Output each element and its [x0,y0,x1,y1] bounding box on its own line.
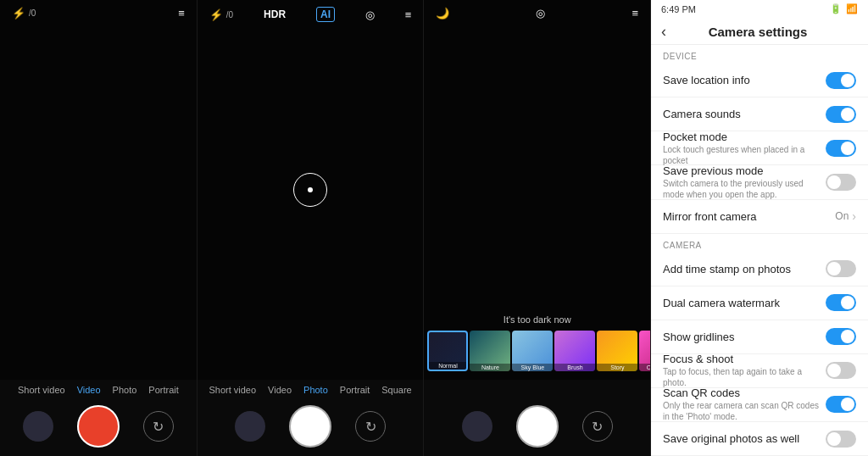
middle-menu-icon[interactable]: ≡ [405,8,412,21]
middle-ai-button[interactable]: AI [316,7,335,22]
right-gallery-thumb[interactable] [462,411,492,442]
setting-save-original: Save original photos as well [651,422,868,456]
setting-watermark: Dual camera watermark [651,286,868,320]
battery-icon: 🔋 [830,3,842,14]
focus-ring [293,173,327,207]
setting-mirror-camera-value: On [835,210,849,222]
middle-rotate-button[interactable]: ↻ [355,411,386,442]
setting-mirror-camera-title: Mirror front camera [663,210,828,223]
toggle-timestamp[interactable] [826,260,856,277]
left-shutter-button[interactable] [77,405,120,448]
setting-focus-shoot: Focus & shoot Tap to focus, then tap aga… [651,354,868,388]
right-night-icon[interactable]: 🌙 [436,7,449,19]
middle-gallery-thumb[interactable] [235,411,265,442]
left-camera-panel: ⚡/0 ≡ Short video Video Photo Portrait ↻ [0,0,198,456]
left-mode-photo[interactable]: Photo [113,385,137,395]
setting-pocket-mode-title: Pocket mode [663,131,819,143]
section-label-device: DEVICE [651,45,868,64]
settings-header: ‹ Camera settings [651,18,868,45]
middle-flash-icon[interactable]: ⚡/0 [209,8,233,21]
status-bar: 6:49 PM 🔋 📶 [651,0,868,18]
left-modes: Short video Video Photo Portrait [0,380,197,398]
middle-toolbar: ⚡/0 HDR AI ◎ ≡ [198,0,424,29]
setting-qr-codes: Scan QR codes Only the rear camera can s… [651,388,868,422]
setting-pocket-mode-desc: Lock touch gestures when placed in a poc… [663,144,819,166]
wifi-icon: 📶 [846,3,858,14]
photo-strip: Normal Nature Sky Blue Brush Story Child… [424,331,650,371]
setting-timestamp-title: Add time stamp on photos [663,263,819,275]
section-label-camera: CAMERA [651,234,868,253]
middle-camera-panel: ⚡/0 HDR AI ◎ ≡ Short video Video Photo P… [198,0,425,456]
setting-save-location-title: Save location info [663,74,819,86]
left-controls: ↻ [0,398,197,456]
settings-title: Camera settings [673,25,843,39]
toggle-watermark[interactable] [826,294,856,311]
setting-camera-sounds: Camera sounds [651,97,868,131]
setting-mirror-camera[interactable]: Mirror front camera On › [651,200,868,234]
right-toolbar: 🌙 ◎ ≡ [424,0,650,26]
middle-mode-square[interactable]: Square [381,385,411,395]
photo-filter-brush[interactable]: Brush [554,331,595,371]
right-rotate-button[interactable]: ↻ [582,411,613,442]
setting-save-previous-mode-desc: Switch camera to the previously used mod… [663,178,819,200]
toggle-gridlines[interactable] [826,328,856,345]
toggle-pocket-mode[interactable] [826,140,856,157]
left-rotate-button[interactable]: ↻ [143,411,174,442]
setting-qr-codes-desc: Only the rear camera can scan QR codes i… [663,400,819,422]
toggle-save-location[interactable] [826,72,856,89]
focus-dot [308,187,313,192]
status-time: 6:49 PM [661,4,696,14]
left-gallery-thumb[interactable] [23,411,53,442]
toggle-save-previous-mode[interactable] [826,174,856,191]
toggle-focus-shoot[interactable] [826,362,856,379]
middle-mode-shortvideo[interactable]: Short video [209,385,256,395]
toggle-camera-sounds[interactable] [826,106,856,123]
middle-controls: ↻ [198,398,424,456]
setting-focus-shoot-desc: Tap to focus, then tap again to take a p… [663,366,819,388]
photo-filter-normal[interactable]: Normal [427,331,468,371]
setting-camera-sounds-title: Camera sounds [663,108,819,120]
setting-qr-codes-title: Scan QR codes [663,386,819,399]
setting-save-location: Save location info [651,64,868,97]
back-button[interactable]: ‹ [661,23,666,41]
middle-aperture-icon[interactable]: ◎ [365,8,375,21]
middle-shutter-button[interactable] [289,405,331,448]
left-mode-shortvideo[interactable]: Short video [18,385,65,395]
setting-pocket-mode: Pocket mode Lock touch gestures when pla… [651,131,868,165]
photo-filter-story[interactable]: Story [597,331,637,371]
setting-save-original-title: Save original photos as well [663,432,819,445]
right-viewfinder: It's too dark now Normal Nature Sky Blue… [424,0,650,380]
middle-hdr-button[interactable]: HDR [264,8,286,20]
settings-panel: 6:49 PM 🔋 📶 ‹ Camera settings DEVICE Sav… [651,0,868,456]
dark-notice: It's too dark now [424,314,650,325]
setting-gridlines: Show gridlines [651,320,868,354]
left-toolbar: ⚡/0 ≡ [0,0,197,26]
toggle-qr-codes[interactable] [826,396,856,413]
right-shutter-button[interactable] [516,405,559,448]
right-aperture-icon[interactable]: ◎ [536,7,545,19]
left-mode-portrait[interactable]: Portrait [148,385,178,395]
toggle-save-original[interactable] [826,431,856,448]
middle-mode-video[interactable]: Video [268,385,292,395]
setting-save-previous-mode-title: Save previous mode [663,164,819,177]
left-mode-video[interactable]: Video [77,385,101,395]
chevron-right-icon: › [852,209,856,223]
right-menu-icon[interactable]: ≡ [632,7,638,19]
status-icons: 🔋 📶 [830,3,858,14]
middle-modes: Short video Video Photo Portrait Square [198,380,424,398]
setting-gridlines-title: Show gridlines [663,331,819,343]
photo-filter-childhood[interactable]: Childhood [639,331,650,371]
middle-viewfinder [198,0,424,380]
left-flash-icon[interactable]: ⚡/0 [12,7,36,19]
setting-focus-shoot-title: Focus & shoot [663,353,819,365]
right-camera-panel: 🌙 ◎ ≡ It's too dark now Normal Nature Sk… [424,0,651,456]
middle-mode-photo[interactable]: Photo [303,385,328,395]
left-viewfinder [0,0,197,380]
photo-filter-skyblue[interactable]: Sky Blue [512,331,553,371]
right-controls: ↻ [424,398,650,456]
setting-save-previous-mode: Save previous mode Switch camera to the … [651,165,868,199]
photo-filter-nature[interactable]: Nature [470,331,510,371]
left-menu-icon[interactable]: ≡ [178,7,185,19]
middle-mode-portrait[interactable]: Portrait [340,385,370,395]
setting-timestamp: Add time stamp on photos [651,253,868,286]
